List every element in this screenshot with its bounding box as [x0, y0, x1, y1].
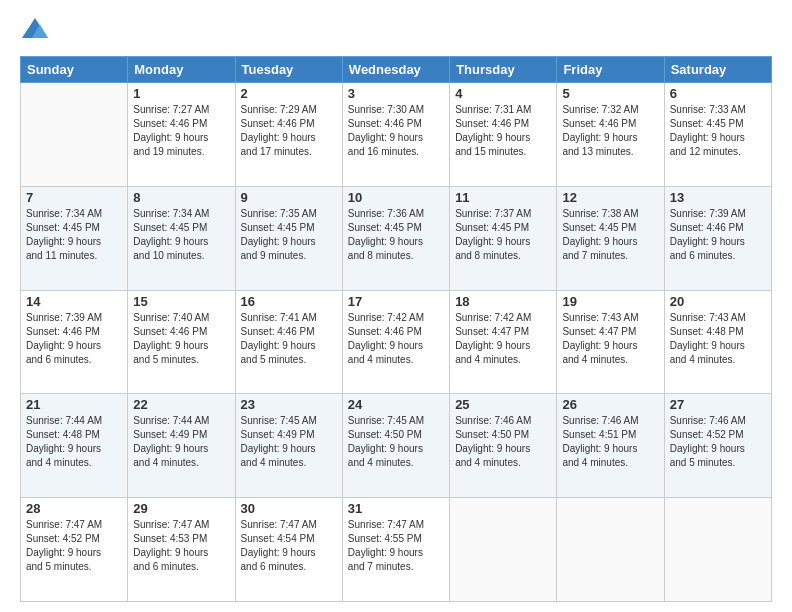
day-number: 28 — [26, 501, 122, 516]
day-info: Sunrise: 7:34 AM Sunset: 4:45 PM Dayligh… — [133, 207, 229, 263]
day-number: 9 — [241, 190, 337, 205]
day-info: Sunrise: 7:41 AM Sunset: 4:46 PM Dayligh… — [241, 311, 337, 367]
week-row-4: 21Sunrise: 7:44 AM Sunset: 4:48 PM Dayli… — [21, 394, 772, 498]
day-number: 31 — [348, 501, 444, 516]
day-number: 3 — [348, 86, 444, 101]
calendar-cell: 23Sunrise: 7:45 AM Sunset: 4:49 PM Dayli… — [235, 394, 342, 498]
day-info: Sunrise: 7:32 AM Sunset: 4:46 PM Dayligh… — [562, 103, 658, 159]
day-info: Sunrise: 7:27 AM Sunset: 4:46 PM Dayligh… — [133, 103, 229, 159]
day-number: 19 — [562, 294, 658, 309]
week-row-2: 7Sunrise: 7:34 AM Sunset: 4:45 PM Daylig… — [21, 186, 772, 290]
calendar-cell: 11Sunrise: 7:37 AM Sunset: 4:45 PM Dayli… — [450, 186, 557, 290]
calendar-cell: 25Sunrise: 7:46 AM Sunset: 4:50 PM Dayli… — [450, 394, 557, 498]
weekday-header-wednesday: Wednesday — [342, 57, 449, 83]
day-info: Sunrise: 7:39 AM Sunset: 4:46 PM Dayligh… — [670, 207, 766, 263]
weekday-header-friday: Friday — [557, 57, 664, 83]
calendar-cell — [450, 498, 557, 602]
calendar-cell — [557, 498, 664, 602]
day-info: Sunrise: 7:47 AM Sunset: 4:53 PM Dayligh… — [133, 518, 229, 574]
day-info: Sunrise: 7:46 AM Sunset: 4:52 PM Dayligh… — [670, 414, 766, 470]
logo — [20, 16, 54, 46]
day-number: 16 — [241, 294, 337, 309]
day-info: Sunrise: 7:46 AM Sunset: 4:51 PM Dayligh… — [562, 414, 658, 470]
day-info: Sunrise: 7:45 AM Sunset: 4:50 PM Dayligh… — [348, 414, 444, 470]
calendar-cell: 7Sunrise: 7:34 AM Sunset: 4:45 PM Daylig… — [21, 186, 128, 290]
day-info: Sunrise: 7:31 AM Sunset: 4:46 PM Dayligh… — [455, 103, 551, 159]
calendar-cell: 3Sunrise: 7:30 AM Sunset: 4:46 PM Daylig… — [342, 83, 449, 187]
weekday-header-thursday: Thursday — [450, 57, 557, 83]
day-info: Sunrise: 7:42 AM Sunset: 4:47 PM Dayligh… — [455, 311, 551, 367]
calendar-cell: 16Sunrise: 7:41 AM Sunset: 4:46 PM Dayli… — [235, 290, 342, 394]
day-number: 5 — [562, 86, 658, 101]
day-number: 12 — [562, 190, 658, 205]
day-number: 14 — [26, 294, 122, 309]
day-info: Sunrise: 7:47 AM Sunset: 4:54 PM Dayligh… — [241, 518, 337, 574]
day-number: 4 — [455, 86, 551, 101]
day-number: 22 — [133, 397, 229, 412]
calendar-table: SundayMondayTuesdayWednesdayThursdayFrid… — [20, 56, 772, 602]
day-number: 13 — [670, 190, 766, 205]
day-info: Sunrise: 7:44 AM Sunset: 4:48 PM Dayligh… — [26, 414, 122, 470]
calendar-cell — [21, 83, 128, 187]
day-number: 10 — [348, 190, 444, 205]
calendar-cell: 28Sunrise: 7:47 AM Sunset: 4:52 PM Dayli… — [21, 498, 128, 602]
day-info: Sunrise: 7:45 AM Sunset: 4:49 PM Dayligh… — [241, 414, 337, 470]
day-number: 11 — [455, 190, 551, 205]
calendar-cell: 1Sunrise: 7:27 AM Sunset: 4:46 PM Daylig… — [128, 83, 235, 187]
calendar-cell: 20Sunrise: 7:43 AM Sunset: 4:48 PM Dayli… — [664, 290, 771, 394]
calendar-cell: 27Sunrise: 7:46 AM Sunset: 4:52 PM Dayli… — [664, 394, 771, 498]
day-number: 29 — [133, 501, 229, 516]
day-number: 15 — [133, 294, 229, 309]
calendar-cell: 5Sunrise: 7:32 AM Sunset: 4:46 PM Daylig… — [557, 83, 664, 187]
calendar-cell: 22Sunrise: 7:44 AM Sunset: 4:49 PM Dayli… — [128, 394, 235, 498]
calendar-cell: 14Sunrise: 7:39 AM Sunset: 4:46 PM Dayli… — [21, 290, 128, 394]
day-info: Sunrise: 7:43 AM Sunset: 4:47 PM Dayligh… — [562, 311, 658, 367]
day-number: 21 — [26, 397, 122, 412]
weekday-header-tuesday: Tuesday — [235, 57, 342, 83]
weekday-header-saturday: Saturday — [664, 57, 771, 83]
calendar-cell: 4Sunrise: 7:31 AM Sunset: 4:46 PM Daylig… — [450, 83, 557, 187]
calendar-cell: 18Sunrise: 7:42 AM Sunset: 4:47 PM Dayli… — [450, 290, 557, 394]
day-info: Sunrise: 7:34 AM Sunset: 4:45 PM Dayligh… — [26, 207, 122, 263]
day-number: 25 — [455, 397, 551, 412]
calendar-cell: 13Sunrise: 7:39 AM Sunset: 4:46 PM Dayli… — [664, 186, 771, 290]
header — [20, 16, 772, 46]
day-info: Sunrise: 7:39 AM Sunset: 4:46 PM Dayligh… — [26, 311, 122, 367]
day-number: 26 — [562, 397, 658, 412]
weekday-header-row: SundayMondayTuesdayWednesdayThursdayFrid… — [21, 57, 772, 83]
day-info: Sunrise: 7:40 AM Sunset: 4:46 PM Dayligh… — [133, 311, 229, 367]
calendar-cell: 12Sunrise: 7:38 AM Sunset: 4:45 PM Dayli… — [557, 186, 664, 290]
calendar-cell: 17Sunrise: 7:42 AM Sunset: 4:46 PM Dayli… — [342, 290, 449, 394]
week-row-3: 14Sunrise: 7:39 AM Sunset: 4:46 PM Dayli… — [21, 290, 772, 394]
calendar-cell: 15Sunrise: 7:40 AM Sunset: 4:46 PM Dayli… — [128, 290, 235, 394]
calendar-cell: 9Sunrise: 7:35 AM Sunset: 4:45 PM Daylig… — [235, 186, 342, 290]
day-info: Sunrise: 7:37 AM Sunset: 4:45 PM Dayligh… — [455, 207, 551, 263]
calendar-cell: 8Sunrise: 7:34 AM Sunset: 4:45 PM Daylig… — [128, 186, 235, 290]
day-number: 17 — [348, 294, 444, 309]
day-info: Sunrise: 7:47 AM Sunset: 4:52 PM Dayligh… — [26, 518, 122, 574]
day-info: Sunrise: 7:33 AM Sunset: 4:45 PM Dayligh… — [670, 103, 766, 159]
calendar-cell: 19Sunrise: 7:43 AM Sunset: 4:47 PM Dayli… — [557, 290, 664, 394]
logo-icon — [20, 16, 50, 46]
day-info: Sunrise: 7:46 AM Sunset: 4:50 PM Dayligh… — [455, 414, 551, 470]
day-info: Sunrise: 7:36 AM Sunset: 4:45 PM Dayligh… — [348, 207, 444, 263]
calendar-cell: 21Sunrise: 7:44 AM Sunset: 4:48 PM Dayli… — [21, 394, 128, 498]
day-number: 30 — [241, 501, 337, 516]
calendar-cell: 30Sunrise: 7:47 AM Sunset: 4:54 PM Dayli… — [235, 498, 342, 602]
calendar-cell: 6Sunrise: 7:33 AM Sunset: 4:45 PM Daylig… — [664, 83, 771, 187]
day-info: Sunrise: 7:30 AM Sunset: 4:46 PM Dayligh… — [348, 103, 444, 159]
page: SundayMondayTuesdayWednesdayThursdayFrid… — [0, 0, 792, 612]
day-number: 7 — [26, 190, 122, 205]
day-number: 6 — [670, 86, 766, 101]
day-number: 27 — [670, 397, 766, 412]
day-info: Sunrise: 7:35 AM Sunset: 4:45 PM Dayligh… — [241, 207, 337, 263]
calendar-cell: 26Sunrise: 7:46 AM Sunset: 4:51 PM Dayli… — [557, 394, 664, 498]
calendar-cell — [664, 498, 771, 602]
day-info: Sunrise: 7:29 AM Sunset: 4:46 PM Dayligh… — [241, 103, 337, 159]
day-number: 8 — [133, 190, 229, 205]
calendar-cell: 2Sunrise: 7:29 AM Sunset: 4:46 PM Daylig… — [235, 83, 342, 187]
day-info: Sunrise: 7:38 AM Sunset: 4:45 PM Dayligh… — [562, 207, 658, 263]
day-number: 1 — [133, 86, 229, 101]
day-number: 24 — [348, 397, 444, 412]
calendar-cell: 24Sunrise: 7:45 AM Sunset: 4:50 PM Dayli… — [342, 394, 449, 498]
